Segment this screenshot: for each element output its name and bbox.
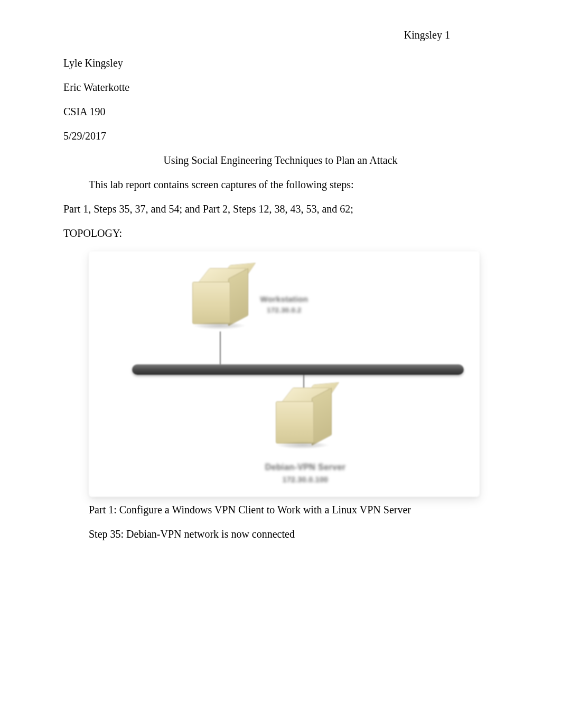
- document-title: Using Social Engineering Techniques to P…: [63, 154, 498, 167]
- workstation-label: Workstation: [253, 294, 316, 303]
- topology-heading: TOPOLOGY:: [63, 227, 498, 239]
- instructor-name: Eric Waterkotte: [63, 81, 498, 94]
- document-page: Kingsley 1 Lyle Kingsley Eric Waterkotte…: [0, 0, 561, 728]
- intro-paragraph: This lab report contains screen captures…: [63, 178, 498, 191]
- server-icon: [273, 386, 336, 450]
- connector-line: [220, 331, 221, 364]
- topology-figure: Workstation 172.30.0.2 Debian-VPN Server…: [89, 251, 480, 497]
- server-label: Debian-VPN Server: [231, 463, 379, 472]
- workstation-icon: [189, 267, 253, 330]
- server-ip-label: 172.30.0.100: [247, 475, 363, 484]
- step-35-text: Step 35: Debian-VPN network is now conne…: [89, 528, 498, 540]
- network-bar-icon: [132, 364, 464, 375]
- steps-summary: Part 1, Steps 35, 37, and 54; and Part 2…: [63, 202, 498, 215]
- after-figure-section: Part 1: Configure a Windows VPN Client t…: [63, 503, 498, 540]
- running-head: Kingsley 1: [404, 29, 450, 41]
- front-matter: Lyle Kingsley Eric Waterkotte CSIA 190 5…: [63, 57, 498, 142]
- workstation-ip-label: 172.30.0.2: [253, 306, 316, 314]
- part1-heading: Part 1: Configure a Windows VPN Client t…: [89, 503, 498, 516]
- author-name: Lyle Kingsley: [63, 57, 498, 69]
- date: 5/29/2017: [63, 130, 498, 142]
- course-code: CSIA 190: [63, 105, 498, 118]
- topology-figure-container: Workstation 172.30.0.2 Debian-VPN Server…: [89, 251, 498, 497]
